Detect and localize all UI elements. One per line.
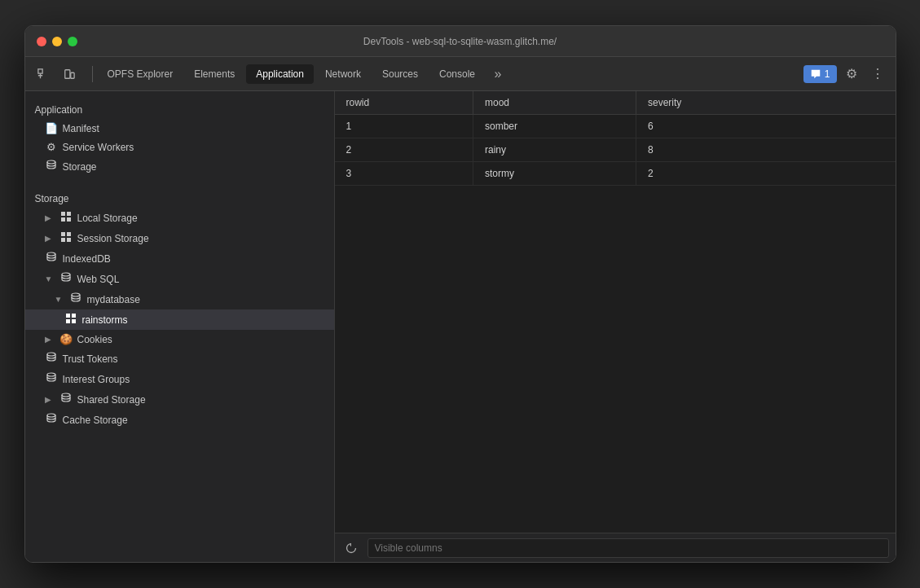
col-header-rowid[interactable]: rowid <box>335 91 473 115</box>
trust-tokens-icon <box>45 352 58 366</box>
cell-severity: 8 <box>636 138 896 162</box>
cell-mood: stormy <box>473 162 636 186</box>
mydatabase-icon <box>69 292 82 306</box>
tab-console[interactable]: Console <box>429 64 485 84</box>
sidebar-item-web-sql-label: Web SQL <box>77 274 120 285</box>
settings-button[interactable]: ⚙ <box>840 63 863 86</box>
tab-elements[interactable]: Elements <box>184 64 244 84</box>
devtools-window: DevTools - web-sql-to-sqlite-wasm.glitch… <box>24 25 896 563</box>
visible-columns-input[interactable] <box>368 538 889 558</box>
cache-storage-icon <box>45 413 58 427</box>
sidebar-item-service-workers[interactable]: ⚙ Service Workers <box>25 138 334 156</box>
refresh-button[interactable] <box>341 538 361 558</box>
cookies-arrow: ▶ <box>45 335 55 344</box>
svg-point-23 <box>62 393 70 397</box>
sidebar-item-cache-storage[interactable]: Cache Storage <box>25 410 334 430</box>
sidebar-item-shared-storage[interactable]: ▶ Shared Storage <box>25 389 334 410</box>
sidebar-item-cache-storage-label: Cache Storage <box>63 415 128 426</box>
sidebar-item-service-workers-label: Service Workers <box>63 142 134 153</box>
svg-rect-4 <box>70 72 73 78</box>
local-storage-arrow: ▶ <box>45 213 55 222</box>
tab-sources[interactable]: Sources <box>372 64 428 84</box>
svg-point-16 <box>72 293 80 296</box>
svg-rect-10 <box>61 232 65 236</box>
svg-rect-8 <box>61 217 65 222</box>
sidebar-item-storage-app[interactable]: Storage <box>25 156 334 177</box>
sidebar-item-local-storage-label: Local Storage <box>77 213 138 224</box>
window-title: DevTools - web-sql-to-sqlite-wasm.glitch… <box>363 36 557 47</box>
sidebar-item-rainstorms[interactable]: rainstorms <box>25 309 334 330</box>
content-panel: rowid mood severity 1somber62rainy83stor… <box>335 91 896 562</box>
doc-icon: 📄 <box>45 122 58 134</box>
sidebar-item-session-storage[interactable]: ▶ Session Storage <box>25 228 334 248</box>
more-options-button[interactable]: ⋮ <box>866 63 889 86</box>
svg-rect-0 <box>37 68 42 72</box>
tab-right-controls: 1 ⚙ ⋮ <box>803 63 889 86</box>
svg-point-5 <box>47 160 55 164</box>
maximize-button[interactable] <box>68 37 77 46</box>
sidebar-item-indexeddb-label: IndexedDB <box>63 253 111 265</box>
shared-storage-icon <box>59 393 73 406</box>
tab-application[interactable]: Application <box>246 64 314 84</box>
tab-divider <box>92 66 93 82</box>
db-icon <box>45 160 58 173</box>
table-row[interactable]: 1somber6 <box>335 115 896 138</box>
web-sql-arrow: ▼ <box>45 274 55 283</box>
sidebar: Application 📄 Manifest ⚙ Service Workers <box>25 91 335 562</box>
cell-rowid: 2 <box>335 138 473 162</box>
device-toggle-button[interactable] <box>58 63 81 86</box>
svg-rect-18 <box>72 314 76 318</box>
sidebar-item-manifest[interactable]: 📄 Manifest <box>25 119 334 138</box>
sidebar-item-web-sql[interactable]: ▼ Web SQL <box>25 269 334 289</box>
session-storage-grid-icon <box>59 231 73 245</box>
sidebar-item-cookies[interactable]: ▶ 🍪 Cookies <box>25 330 334 349</box>
svg-point-15 <box>62 273 70 276</box>
refresh-icon <box>346 542 357 554</box>
table-row[interactable]: 3stormy2 <box>335 162 896 186</box>
svg-point-22 <box>47 373 55 376</box>
cell-rowid: 1 <box>335 115 473 138</box>
sidebar-item-manifest-label: Manifest <box>63 123 99 134</box>
traffic-lights <box>37 37 77 46</box>
sidebar-item-shared-storage-label: Shared Storage <box>77 394 146 406</box>
sidebar-item-rainstorms-label: rainstorms <box>82 314 128 326</box>
inspect-icon <box>37 68 49 80</box>
svg-rect-17 <box>66 314 70 318</box>
tab-network[interactable]: Network <box>315 64 371 84</box>
main-content: Application 📄 Manifest ⚙ Service Workers <box>25 91 896 562</box>
sidebar-item-indexeddb[interactable]: IndexedDB <box>25 248 334 269</box>
close-button[interactable] <box>37 37 46 46</box>
application-section-label: Application <box>25 98 334 119</box>
cell-severity: 6 <box>636 115 896 138</box>
svg-rect-3 <box>64 69 69 78</box>
svg-rect-7 <box>67 212 71 216</box>
title-bar: DevTools - web-sql-to-sqlite-wasm.glitch… <box>25 26 896 57</box>
svg-point-21 <box>47 353 55 356</box>
storage-section-label: Storage <box>25 186 334 208</box>
chat-badge-button[interactable]: 1 <box>803 65 837 83</box>
inspect-button[interactable] <box>32 63 55 86</box>
sidebar-item-trust-tokens[interactable]: Trust Tokens <box>25 349 334 369</box>
tab-opfs[interactable]: OPFS Explorer <box>98 64 183 84</box>
svg-rect-11 <box>67 232 71 236</box>
sidebar-item-mydatabase[interactable]: ▼ mydatabase <box>25 289 334 309</box>
cell-mood: somber <box>473 115 636 138</box>
col-header-mood[interactable]: mood <box>473 91 636 115</box>
table-row[interactable]: 2rainy8 <box>335 138 896 162</box>
sidebar-item-local-storage[interactable]: ▶ Local Storage <box>25 208 334 228</box>
data-table: rowid mood severity 1somber62rainy83stor… <box>335 91 896 186</box>
sidebar-item-trust-tokens-label: Trust Tokens <box>63 353 118 365</box>
sidebar-item-interest-groups[interactable]: Interest Groups <box>25 369 334 389</box>
cell-severity: 2 <box>636 162 896 186</box>
interest-groups-icon <box>45 372 58 386</box>
table-header-row: rowid mood severity <box>335 91 896 115</box>
col-header-severity[interactable]: severity <box>636 91 896 115</box>
web-sql-icon <box>59 272 73 286</box>
tab-controls <box>32 63 81 86</box>
session-storage-arrow: ▶ <box>45 234 55 243</box>
mydatabase-arrow: ▼ <box>55 295 64 304</box>
more-tabs-button[interactable]: » <box>486 63 509 86</box>
sidebar-item-interest-groups-label: Interest Groups <box>63 374 130 385</box>
minimize-button[interactable] <box>52 37 62 46</box>
svg-rect-20 <box>72 319 76 323</box>
